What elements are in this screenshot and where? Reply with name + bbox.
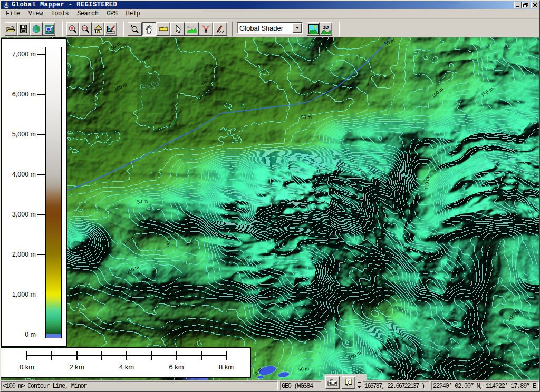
scale-bar-label: 4 km bbox=[119, 363, 134, 371]
status-bar: <100 m> Contour Line, Minor GEO (WGS84 ?… bbox=[1, 380, 539, 391]
menu-item-search[interactable]: Search bbox=[73, 9, 102, 18]
grip-dash-icon bbox=[358, 382, 361, 383]
legend-tick-label: 4,000 m bbox=[1, 171, 36, 178]
pan-tool-button[interactable] bbox=[142, 22, 156, 36]
zoom-tool-icon bbox=[130, 25, 139, 34]
help-button[interactable]: ? bbox=[342, 376, 355, 389]
restore-button[interactable] bbox=[522, 2, 529, 8]
close-button[interactable] bbox=[531, 2, 538, 8]
legend-top-line bbox=[37, 47, 46, 47]
zoom-in-icon bbox=[69, 25, 78, 34]
legend-tick-label: 0 m bbox=[1, 331, 36, 338]
legend-tick-label: 7,000 m bbox=[1, 51, 36, 58]
zoom-in-button[interactable] bbox=[66, 22, 79, 36]
menu-item-gps[interactable]: GPS bbox=[102, 9, 121, 18]
status-latlon-panel: 22?40’ 02.00” N, 114?22’ 17.89” E bbox=[431, 381, 539, 390]
status-projection-panel: GEO (WGS84 bbox=[280, 381, 321, 390]
scale-bar-tick bbox=[226, 351, 227, 360]
view-3d-button[interactable]: 3D bbox=[320, 22, 332, 36]
menu-item-file[interactable]: File bbox=[2, 9, 24, 18]
select-tool-icon bbox=[173, 25, 182, 34]
select-tool-button[interactable] bbox=[170, 22, 185, 36]
globe-icon bbox=[32, 25, 41, 33]
toolbar-separator bbox=[62, 22, 63, 36]
open-button[interactable] bbox=[5, 22, 17, 36]
scale-bar-tick bbox=[176, 351, 177, 360]
web-export-button[interactable] bbox=[30, 22, 43, 36]
path-profile-icon bbox=[187, 25, 197, 34]
status-latlon-text: 22?40’ 02.00” N, 114?22’ 17.89” E bbox=[433, 383, 536, 390]
status-projection-text: GEO (WGS84 bbox=[282, 383, 313, 390]
legend-tick bbox=[37, 295, 46, 295]
minimize-icon bbox=[515, 3, 520, 7]
menu-bar: FileViewToolsSearchGPSHelp bbox=[1, 9, 539, 19]
measure-tool-button[interactable] bbox=[156, 22, 170, 36]
scale-bar-tick bbox=[201, 351, 202, 360]
scale-bar-tick bbox=[26, 351, 27, 360]
scale-bar-tick bbox=[76, 351, 78, 360]
restore-icon bbox=[523, 3, 528, 7]
menu-item-tools[interactable]: Tools bbox=[47, 9, 73, 18]
status-coords-text: 163737, 22.66722137 ) bbox=[364, 383, 424, 390]
status-feature-panel: <100 m> Contour Line, Minor bbox=[1, 381, 278, 390]
digitizer-tool-button[interactable] bbox=[213, 22, 227, 36]
zoom-out-button[interactable] bbox=[79, 22, 92, 36]
scale-bar-label: 8 km bbox=[219, 363, 234, 371]
legend-tick bbox=[37, 254, 46, 255]
scale-bar-label: 6 km bbox=[169, 363, 184, 371]
toolbar-separator bbox=[232, 22, 233, 36]
scale-bar: 0 km2 km4 km6 km8 km bbox=[1, 347, 251, 378]
gps-tracking-icon bbox=[201, 25, 210, 34]
window-title: Global Mapper - REGISTERED bbox=[12, 1, 117, 8]
menu-item-help[interactable]: Help bbox=[121, 9, 144, 18]
map-canvas[interactable] bbox=[1, 37, 539, 380]
legend-tick bbox=[37, 94, 46, 95]
capture-screen-button[interactable] bbox=[43, 22, 55, 36]
shader-combo-value: Global Shader bbox=[237, 24, 293, 32]
open-icon bbox=[6, 25, 16, 33]
digitizer-tool-icon bbox=[216, 25, 225, 34]
close-icon bbox=[533, 3, 537, 7]
status-coords-panel: 163737, 22.66722137 ) bbox=[363, 381, 429, 390]
view-3d-icon: 3D bbox=[321, 24, 331, 34]
shader-combo-dropdown-button[interactable] bbox=[293, 23, 302, 33]
elevation-gradient-bar bbox=[45, 47, 62, 338]
minimize-button[interactable] bbox=[514, 2, 522, 8]
legend-tick-label: 3,000 m bbox=[1, 211, 36, 218]
path-profile-button[interactable] bbox=[185, 22, 199, 36]
toolbar-separator bbox=[339, 22, 340, 36]
show-images-button[interactable] bbox=[307, 22, 320, 36]
help-icon: ? bbox=[344, 378, 353, 387]
pane-grip[interactable] bbox=[356, 381, 363, 390]
keyboard-button[interactable] bbox=[325, 376, 340, 389]
grip-arrow-icon bbox=[357, 386, 361, 388]
scale-bar-tick bbox=[51, 351, 52, 360]
measure-tool-icon bbox=[159, 25, 168, 33]
view-3d-label: 3D bbox=[323, 25, 329, 30]
home-button[interactable] bbox=[92, 22, 104, 36]
show-images-icon bbox=[308, 24, 319, 34]
scale-bar-tick bbox=[101, 351, 102, 360]
chevron-down-icon bbox=[296, 27, 299, 29]
save-icon bbox=[20, 25, 28, 33]
zoom-tool-button[interactable] bbox=[128, 22, 142, 36]
capture-screen-icon bbox=[45, 25, 54, 34]
title-bar[interactable]: Global Mapper - REGISTERED bbox=[1, 1, 539, 9]
menu-item-view[interactable]: View bbox=[24, 9, 47, 18]
toolbar: Global Shader 3D bbox=[1, 19, 539, 37]
map-view[interactable]: 7,000 m6,000 m5,000 m4,000 m3,000 m2,000… bbox=[1, 37, 539, 380]
save-button[interactable] bbox=[17, 22, 30, 36]
legend-tick bbox=[37, 214, 46, 215]
gps-tracking-button[interactable] bbox=[199, 22, 213, 36]
shader-combo[interactable]: Global Shader bbox=[237, 22, 303, 34]
legend-tick bbox=[37, 174, 46, 175]
keyboard-icon bbox=[327, 379, 338, 386]
scale-bar-tick bbox=[126, 351, 127, 360]
scale-bar-tick bbox=[151, 351, 152, 360]
status-feature-text: <100 m> Contour Line, Minor bbox=[3, 383, 86, 390]
legend-tick-label: 5,000 m bbox=[1, 131, 36, 138]
legend-tick-label: 1,000 m bbox=[1, 291, 36, 298]
legend-tick-label: 2,000 m bbox=[1, 251, 36, 258]
full-extent-button[interactable] bbox=[104, 22, 117, 36]
app-icon bbox=[3, 2, 10, 9]
